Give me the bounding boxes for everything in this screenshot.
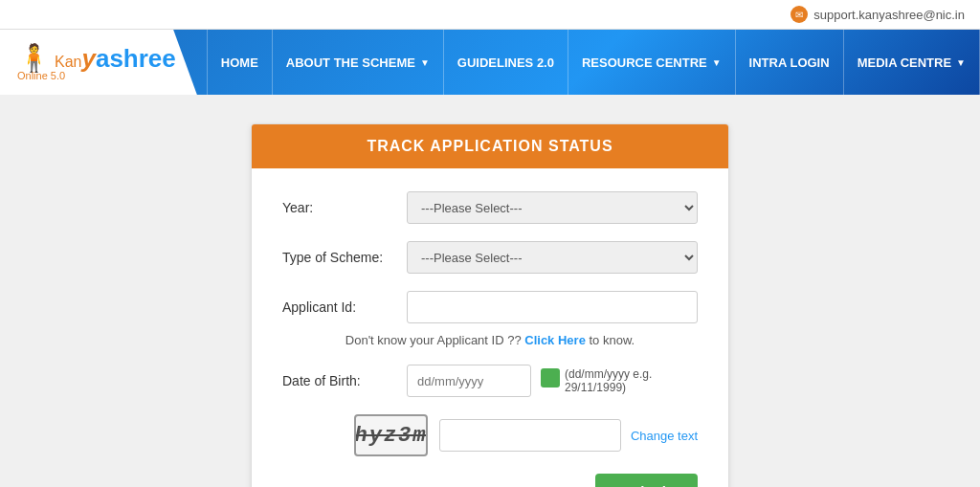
main-nav: HOME ABOUT THE SCHEME ▼ GUIDELINES 2.0 R… [197, 30, 980, 95]
nav-about-scheme[interactable]: ABOUT THE SCHEME ▼ [273, 30, 444, 95]
applicant-id-input[interactable] [407, 291, 698, 323]
logo-text: Kanyashree [55, 44, 176, 74]
submit-button[interactable]: Submit [595, 474, 698, 487]
form-title: TRACK APPLICATION STATUS [252, 124, 728, 168]
captcha-image: hyz3m [354, 414, 428, 456]
main-content: TRACK APPLICATION STATUS Year: ---Please… [0, 95, 980, 487]
hint-prefix: Don't know your Applicant ID ?? [345, 333, 522, 347]
submit-row: Submit [282, 474, 698, 487]
captcha-input[interactable] [439, 419, 621, 452]
click-here-link[interactable]: Click Here [524, 333, 586, 347]
form-body: Year: ---Please Select--- Type of Scheme… [252, 168, 728, 487]
applicant-row: Applicant Id: [282, 291, 698, 323]
header: 🧍 Kanyashree Online 5.0 HOME ABOUT THE S… [0, 30, 980, 95]
logo-area: 🧍 Kanyashree Online 5.0 [0, 30, 197, 95]
year-label: Year: [282, 200, 407, 215]
nav-resource-centre[interactable]: RESOURCE CENTRE ▼ [568, 30, 736, 95]
applicant-hint-row: Don't know your Applicant ID ?? Click He… [282, 333, 698, 347]
dob-input[interactable] [407, 365, 531, 397]
dob-label: Date of Birth: [282, 373, 407, 388]
nav-home[interactable]: HOME [207, 30, 273, 95]
chevron-down-icon: ▼ [712, 57, 722, 68]
dob-row: Date of Birth: (dd/mm/yyyy e.g. 29/11/19… [282, 365, 698, 397]
dob-hint: (dd/mm/yyyy e.g. 29/11/1999) [541, 367, 698, 394]
year-select[interactable]: ---Please Select--- [407, 191, 698, 224]
support-email: support.kanyashree@nic.in [813, 8, 965, 22]
calendar-icon [541, 368, 560, 387]
change-text-link[interactable]: Change text [631, 429, 698, 443]
nav-intra-login[interactable]: INTRA LOGIN [736, 30, 844, 95]
applicant-label: Applicant Id: [282, 299, 407, 315]
scheme-row: Type of Scheme: ---Please Select--- [282, 241, 698, 274]
scheme-select[interactable]: ---Please Select--- [407, 241, 698, 274]
track-application-form: TRACK APPLICATION STATUS Year: ---Please… [251, 123, 729, 487]
chevron-down-icon: ▼ [956, 57, 966, 68]
nav-guidelines[interactable]: GUIDELINES 2.0 [444, 30, 568, 95]
captcha-row: hyz3m Change text [282, 414, 698, 456]
top-bar: ✉ support.kanyashree@nic.in [0, 0, 980, 30]
chevron-down-icon: ▼ [420, 57, 430, 68]
year-row: Year: ---Please Select--- [282, 191, 698, 224]
scheme-label: Type of Scheme: [282, 250, 407, 265]
logo-figure: 🧍 [17, 45, 51, 72]
email-icon: ✉ [791, 6, 808, 23]
hint-suffix: to know. [590, 333, 635, 347]
nav-media-centre[interactable]: MEDIA CENTRE ▼ [844, 30, 980, 95]
